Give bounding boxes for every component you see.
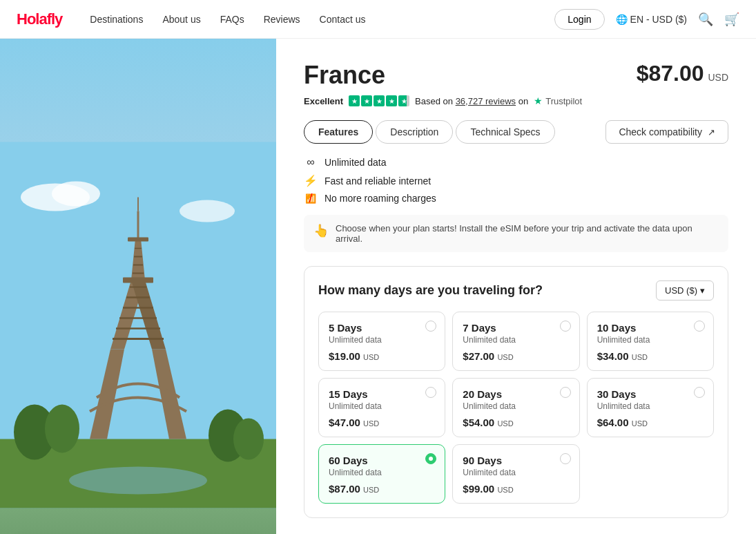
svg-point-2 — [52, 182, 100, 207]
price-block: $87.00 USD — [637, 61, 728, 86]
plan-card-60[interactable]: 60 Days Unlimited data $87.00 USD — [318, 444, 445, 504]
nav-links: Destinations About us FAQs Reviews Conta… — [90, 14, 554, 25]
svg-point-9 — [69, 467, 207, 495]
features-list: ∞ Unlimited data ⚡ Fast and reliable int… — [304, 156, 728, 204]
plan-price-7: $27.00 USD — [463, 350, 569, 362]
tabs-row: Features Description Technical Specs Che… — [304, 120, 728, 144]
check-compatibility-button[interactable]: Check compatibility ↗ — [605, 120, 728, 144]
plan-data-5: Unlimited data — [329, 335, 435, 345]
svg-rect-28 — [128, 238, 148, 242]
plan-days-15: 15 Days — [329, 388, 435, 400]
plan-section-header: How many days are you traveling for? USD… — [318, 280, 714, 301]
title-row: France $87.00 USD — [304, 61, 728, 90]
plan-radio-10[interactable] — [694, 321, 705, 332]
plan-radio-20[interactable] — [560, 387, 571, 398]
notice-box: 👆 Choose when your plan starts! Install … — [304, 215, 728, 252]
plan-days-10: 10 Days — [597, 322, 704, 334]
hand-icon: 👆 — [313, 223, 329, 238]
plan-data-60: Unlimited data — [329, 468, 435, 477]
currency-label: USD ($) — [665, 285, 697, 296]
plan-price-30: $64.00 USD — [597, 417, 704, 428]
svg-rect-27 — [123, 278, 153, 283]
plan-card-30[interactable]: 30 Days Unlimited data $64.00 USD — [587, 378, 714, 437]
feature-unlimited-data-text: Unlimited data — [324, 157, 387, 168]
trustpilot-label: Trustpilot — [545, 96, 582, 106]
plan-card-7[interactable]: 7 Days Unlimited data $27.00 USD — [452, 312, 579, 371]
plan-days-30: 30 Days — [597, 388, 704, 400]
language-selector[interactable]: 🌐 EN - USD ($) — [616, 14, 687, 25]
plan-data-7: Unlimited data — [463, 335, 569, 345]
plan-days-7: 7 Days — [463, 322, 569, 334]
no-roaming-icon: 📶 / — [304, 193, 318, 204]
infinity-icon: ∞ — [304, 156, 318, 169]
plan-price-15: $47.00 USD — [329, 417, 435, 428]
cart-icon[interactable]: 🛒 — [724, 12, 739, 27]
tab-features[interactable]: Features — [304, 120, 373, 144]
external-link-icon: ↗ — [708, 127, 715, 137]
plan-data-90: Unlimited data — [463, 468, 569, 477]
plan-price-5: $19.00 USD — [329, 350, 435, 362]
search-icon[interactable]: 🔍 — [698, 12, 713, 27]
rating-label: Excellent — [304, 96, 343, 106]
star-rating: ★ ★ ★ ★ ★ — [349, 95, 409, 106]
globe-icon: 🌐 — [616, 14, 628, 25]
nav-faqs[interactable]: FAQs — [220, 14, 244, 25]
plan-radio-7[interactable] — [560, 321, 571, 332]
plan-radio-90[interactable] — [560, 453, 571, 464]
plan-grid: 5 Days Unlimited data $19.00 USD 7 Days … — [318, 312, 714, 504]
eiffel-image — [0, 39, 276, 534]
brand-logo[interactable]: Holafly — [17, 10, 62, 28]
currency-selector[interactable]: USD ($) ▾ — [656, 280, 714, 301]
trustpilot-badge: ★ Trustpilot — [534, 95, 582, 106]
plan-days-5: 5 Days — [329, 322, 435, 334]
feature-no-roaming-text: No more roaming charges — [324, 193, 436, 204]
product-title: France — [304, 61, 385, 90]
tab-technical-specs[interactable]: Technical Specs — [456, 120, 554, 144]
plan-data-20: Unlimited data — [463, 401, 569, 411]
main-layout: H — [0, 39, 756, 534]
right-panel: France $87.00 USD Excellent ★ ★ ★ ★ ★ Ba… — [276, 39, 756, 534]
plan-days-90: 90 Days — [463, 455, 569, 466]
price-currency: USD — [708, 72, 728, 83]
nav-about[interactable]: About us — [162, 14, 200, 25]
price-value: $87.00 — [637, 61, 704, 86]
star-1: ★ — [349, 95, 360, 106]
notice-text: Choose when your plan starts! Install th… — [336, 223, 719, 244]
plan-price-60: $87.00 USD — [329, 483, 435, 495]
svg-point-8 — [233, 419, 264, 460]
nav-reviews[interactable]: Reviews — [264, 14, 300, 25]
star-2: ★ — [361, 95, 372, 106]
plan-price-20: $54.00 USD — [463, 417, 569, 428]
check-compat-label: Check compatibility — [619, 126, 702, 137]
navbar: Holafly Destinations About us FAQs Revie… — [0, 0, 756, 39]
review-link[interactable]: 36,727 reviews — [456, 96, 516, 106]
plan-days-20: 20 Days — [463, 388, 569, 400]
nav-destinations[interactable]: Destinations — [90, 14, 143, 25]
star-3: ★ — [374, 95, 385, 106]
rating-row: Excellent ★ ★ ★ ★ ★ Based on 36,727 revi… — [304, 95, 728, 106]
plan-price-90: $99.00 USD — [463, 483, 569, 495]
plan-radio-30[interactable] — [694, 387, 705, 398]
plan-card-90[interactable]: 90 Days Unlimited data $99.00 USD — [452, 444, 579, 504]
plan-card-15[interactable]: 15 Days Unlimited data $47.00 USD — [318, 378, 445, 437]
product-tabs: Features Description Technical Specs — [304, 120, 555, 144]
plan-card-10[interactable]: 10 Days Unlimited data $34.00 USD — [587, 312, 714, 371]
plan-card-20[interactable]: 20 Days Unlimited data $54.00 USD — [452, 378, 579, 437]
lightning-icon: ⚡ — [304, 174, 318, 187]
tab-description[interactable]: Description — [376, 120, 453, 144]
feature-unlimited-data: ∞ Unlimited data — [304, 156, 728, 169]
chevron-down-icon: ▾ — [700, 285, 705, 296]
svg-point-6 — [45, 405, 79, 453]
plan-card-5[interactable]: 5 Days Unlimited data $19.00 USD — [318, 312, 445, 371]
star-5: ★ — [398, 95, 409, 106]
svg-point-3 — [180, 200, 235, 222]
feature-fast-internet-text: Fast and reliable internet — [324, 175, 431, 187]
plan-data-15: Unlimited data — [329, 401, 435, 411]
star-4: ★ — [386, 95, 397, 106]
feature-no-roaming: 📶 / No more roaming charges — [304, 193, 728, 204]
plan-section-title: How many days are you traveling for? — [318, 283, 543, 298]
plan-data-30: Unlimited data — [597, 401, 704, 411]
plan-price-10: $34.00 USD — [597, 350, 704, 362]
login-button[interactable]: Login — [554, 9, 604, 30]
nav-contact[interactable]: Contact us — [320, 14, 366, 25]
